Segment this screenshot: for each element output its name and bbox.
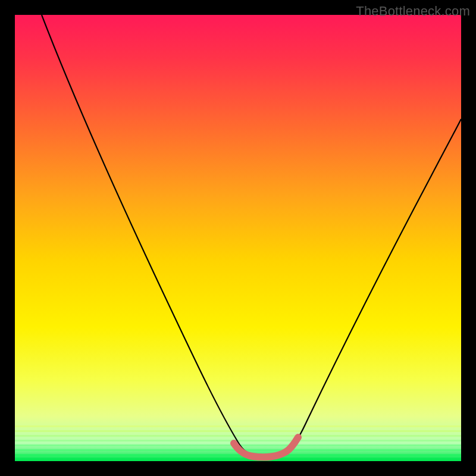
- optimal-band-highlight: [234, 437, 298, 457]
- bottleneck-curve: [42, 15, 461, 456]
- plot-area: [15, 15, 461, 461]
- chart-frame: TheBottleneck.com: [0, 0, 476, 476]
- watermark-text: TheBottleneck.com: [356, 4, 470, 19]
- curve-layer: [15, 15, 461, 461]
